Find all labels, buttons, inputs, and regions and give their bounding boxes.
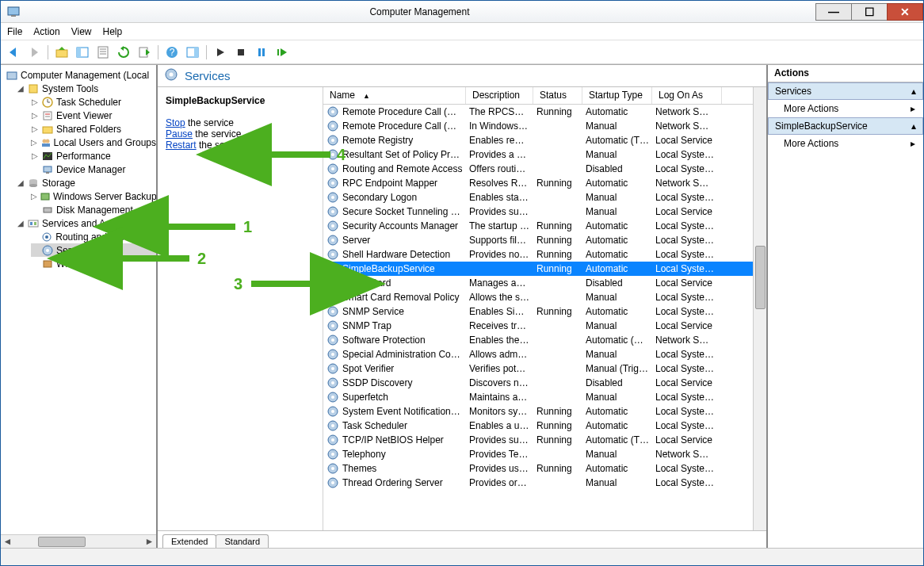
more-actions-selected[interactable]: More Actions▸: [768, 135, 923, 152]
tree-rra[interactable]: Routing and Remote Ac: [31, 230, 156, 243]
cell-logon: Network S…: [652, 120, 722, 132]
svg-point-102: [331, 438, 334, 442]
col-description[interactable]: Description: [466, 87, 533, 104]
tree-wmi[interactable]: WMI Control: [31, 257, 156, 270]
up-one-level-icon[interactable]: [54, 44, 70, 60]
minimize-button[interactable]: —: [815, 3, 852, 21]
workspace: Computer Management (Local ◢System Tools…: [1, 64, 923, 548]
menu-action[interactable]: Action: [33, 26, 59, 37]
actions-section-selected[interactable]: SimpleBackupService▴: [768, 117, 923, 135]
svg-marker-2: [10, 48, 16, 57]
gear-icon: [326, 263, 339, 274]
cell-logon: Local Syste…: [652, 249, 722, 260]
cell-logon: Local Service: [652, 206, 722, 217]
more-actions-services[interactable]: More Actions▸: [768, 100, 923, 117]
tree-services-and-apps[interactable]: ◢Services and Applications: [17, 216, 156, 230]
list-body[interactable]: Remote Procedure Call (RPC)The RPCSS …Ru…: [323, 105, 766, 530]
cell-logon: Local Syste…: [652, 392, 722, 403]
help-icon[interactable]: ?: [164, 44, 180, 60]
service-row[interactable]: Shell Hardware DetectionProvides no…Runn…: [323, 247, 766, 262]
service-row[interactable]: SimpleBackupServiceRunningAutomaticLocal…: [323, 262, 766, 276]
tree-device-manager[interactable]: Device Manager: [31, 163, 156, 176]
back-button[interactable]: [6, 44, 21, 60]
service-row[interactable]: Smart CardManages ac…DisabledLocal Servi…: [323, 276, 766, 290]
menu-view[interactable]: View: [71, 26, 92, 37]
service-row[interactable]: SuperfetchMaintains a…ManualLocal Syste…: [323, 390, 766, 404]
gear-icon: [41, 244, 54, 257]
col-logon[interactable]: Log On As: [652, 87, 722, 104]
gear-icon: [326, 292, 339, 303]
restart-service-icon[interactable]: [274, 44, 290, 60]
forward-button[interactable]: [26, 44, 42, 60]
tree-wsb[interactable]: ▷Windows Server Backup: [31, 189, 156, 203]
col-status[interactable]: Status: [533, 87, 582, 104]
service-row[interactable]: RPC Endpoint MapperResolves RP…RunningAu…: [323, 176, 766, 190]
tree-horizontal-scrollbar[interactable]: ◄►: [1, 534, 156, 548]
pause-service-icon[interactable]: [254, 44, 269, 60]
service-row[interactable]: Secondary LogonEnables star…ManualLocal …: [323, 190, 766, 205]
properties-icon[interactable]: [95, 44, 111, 60]
service-row[interactable]: Secure Socket Tunneling Pr…Provides su…M…: [323, 205, 766, 219]
service-row[interactable]: Remote Procedure Call (RPC)The RPCSS …Ru…: [323, 105, 766, 119]
tree-root[interactable]: Computer Management (Local: [6, 68, 156, 82]
tree-local-users[interactable]: ▷Local Users and Groups: [31, 136, 156, 149]
service-row[interactable]: Software ProtectionEnables the …Automati…: [323, 333, 766, 347]
service-row[interactable]: Smart Card Removal PolicyAllows the s…Ma…: [323, 290, 766, 304]
tab-standard[interactable]: Standard: [216, 534, 269, 548]
export-icon[interactable]: [136, 44, 152, 60]
service-row[interactable]: Remote RegistryEnables rem…Automatic (T……: [323, 133, 766, 147]
menu-help[interactable]: Help: [103, 26, 123, 37]
svg-rect-8: [98, 47, 108, 58]
service-row[interactable]: Resultant Set of Policy Provi…Provides a…: [323, 147, 766, 162]
show-hide-action-icon[interactable]: [185, 44, 200, 60]
tree-services[interactable]: Services: [31, 243, 156, 257]
service-row[interactable]: Remote Procedure Call (RP…In Windows…Man…: [323, 119, 766, 133]
restart-service-link[interactable]: Restart: [166, 140, 197, 151]
show-hide-tree-icon[interactable]: [74, 44, 90, 60]
service-row[interactable]: Thread Ordering ServerProvides or…Manual…: [323, 476, 766, 490]
cell-name: Shell Hardware Detection: [339, 249, 466, 260]
service-row[interactable]: SNMP ServiceEnables Sim…RunningAutomatic…: [323, 304, 766, 319]
service-row[interactable]: Spot VerifierVerifies pot…Manual (Trig…L…: [323, 361, 766, 376]
tree-shared-folders[interactable]: ▷Shared Folders: [31, 122, 156, 136]
close-button[interactable]: ✕: [887, 3, 923, 21]
cell-description: Provides su…: [466, 434, 533, 446]
tab-extended[interactable]: Extended: [162, 534, 216, 548]
service-row[interactable]: ServerSupports fil…RunningAutomaticLocal…: [323, 233, 766, 247]
tree-system-tools[interactable]: ◢System Tools: [17, 82, 156, 95]
service-row[interactable]: SNMP TrapReceives tra…ManualLocal Servic…: [323, 319, 766, 333]
service-row[interactable]: Security Accounts ManagerThe startup …Ru…: [323, 219, 766, 233]
cell-description: Manages ac…: [466, 277, 533, 289]
tree-storage[interactable]: ◢Storage: [17, 176, 156, 189]
cell-startup: Disabled: [582, 163, 652, 174]
cell-description: Enables Sim…: [466, 306, 533, 317]
cell-logon: Local Service: [652, 377, 722, 388]
stop-service-icon[interactable]: [233, 44, 249, 60]
service-row[interactable]: SSDP DiscoveryDiscovers n…DisabledLocal …: [323, 376, 766, 390]
vertical-scrollbar[interactable]: [753, 87, 766, 530]
cell-logon: Network S…: [652, 335, 722, 346]
actions-section-services[interactable]: Services▴: [768, 82, 923, 100]
cell-name: Secondary Logon: [339, 192, 466, 203]
refresh-icon[interactable]: [116, 44, 132, 60]
tree-event-viewer[interactable]: ▷Event Viewer: [31, 109, 156, 122]
pause-service-link[interactable]: Pause: [166, 128, 193, 140]
service-row[interactable]: Special Administration Con…Allows adm…Ma…: [323, 347, 766, 361]
service-row[interactable]: Routing and Remote AccessOffers routi…Di…: [323, 162, 766, 176]
stop-service-link[interactable]: Stop: [166, 117, 185, 128]
svg-rect-44: [44, 208, 52, 212]
menu-file[interactable]: File: [7, 26, 22, 37]
tree-task-scheduler[interactable]: ▷Task Scheduler: [31, 95, 156, 109]
maximize-button[interactable]: ☐: [851, 3, 888, 21]
tree-disk-mgmt[interactable]: Disk Management: [31, 203, 156, 216]
service-row[interactable]: System Event Notification S…Monitors sy……: [323, 404, 766, 419]
service-row[interactable]: ThemesProvides us…RunningAutomaticLocal …: [323, 461, 766, 476]
svg-point-51: [46, 249, 49, 252]
service-row[interactable]: TelephonyProvides Tel…ManualNetwork S…: [323, 447, 766, 461]
start-service-icon[interactable]: [212, 44, 228, 60]
col-name[interactable]: Name ▲: [323, 87, 466, 104]
col-startup[interactable]: Startup Type: [582, 87, 652, 104]
service-row[interactable]: Task SchedulerEnables a us…RunningAutoma…: [323, 419, 766, 433]
service-row[interactable]: TCP/IP NetBIOS HelperProvides su…Running…: [323, 433, 766, 447]
tree-performance[interactable]: ▷Performance: [31, 149, 156, 163]
